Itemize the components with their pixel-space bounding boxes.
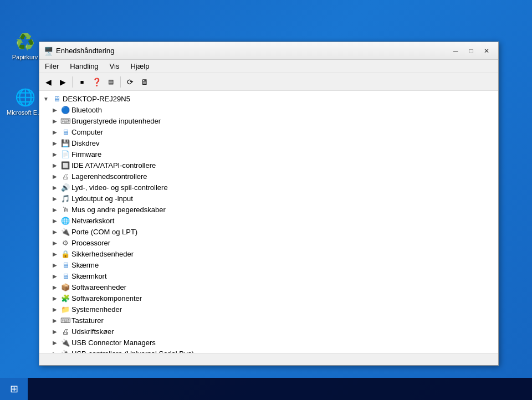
- expand-icon-13[interactable]: ▶: [50, 249, 59, 258]
- menu-vis[interactable]: Vis: [104, 61, 125, 71]
- tree-item-21[interactable]: ▶ 🔌 USB Connector Managers: [39, 337, 498, 348]
- item-label-17: Softwarekomponenter: [71, 294, 142, 302]
- edge-icon: 🌐: [14, 86, 36, 108]
- menu-bar: Filer Handling Vis Hjælp: [39, 60, 498, 73]
- tree-item-3[interactable]: ▶ 💾 Diskdrev: [39, 137, 498, 148]
- expand-icon-22[interactable]: ▶: [50, 349, 59, 353]
- close-button[interactable]: ✕: [479, 45, 494, 57]
- item-label-13: Sikkerhedsenheder: [71, 250, 134, 258]
- recycle-bin-icon: ♻️: [14, 30, 36, 53]
- item-label-20: Udskriftskøer: [71, 327, 114, 336]
- root-expand-icon[interactable]: ▼: [42, 94, 50, 103]
- tree-item-16[interactable]: ▶ 📦 Softwareenheder: [39, 281, 498, 293]
- forward-button[interactable]: ▶: [56, 75, 69, 89]
- ide-icon: 🔲: [61, 161, 70, 170]
- menu-hjaelp[interactable]: Hjælp: [125, 61, 155, 71]
- expand-icon-12[interactable]: ▶: [50, 238, 59, 247]
- item-label-12: Processorer: [71, 239, 110, 247]
- expand-icon-18[interactable]: ▶: [50, 305, 59, 314]
- expand-icon-5[interactable]: ▶: [50, 161, 59, 170]
- expand-icon-2[interactable]: ▶: [50, 127, 59, 136]
- tree-item-5[interactable]: ▶ 🔲 IDE ATA/ATAPI-controllere: [39, 160, 498, 171]
- tree-item-20[interactable]: ▶ 🖨 Udskriftskøer: [39, 326, 498, 337]
- tree-root[interactable]: ▼ 🖥 DESKTOP-REJ29N5: [39, 93, 498, 104]
- expand-icon-20[interactable]: ▶: [50, 327, 59, 336]
- root-label: DESKTOP-REJ29N5: [63, 95, 130, 103]
- menu-handling[interactable]: Handling: [64, 61, 104, 71]
- expand-icon-21[interactable]: ▶: [50, 338, 59, 347]
- security-icon: 🔒: [61, 249, 70, 258]
- tree-item-19[interactable]: ▶ ⌨ Tastaturer: [39, 315, 498, 326]
- tree-item-1[interactable]: ▶ ⌨ Brugerstyrede inputenheder: [39, 115, 498, 126]
- desktop: ♻️ Papirkurv 🌐 Microsoft E… 🖥️ Enhedshån…: [0, 0, 532, 400]
- tree-item-11[interactable]: ▶ 🔌 Porte (COM og LPT): [39, 226, 498, 237]
- item-label-2: Computer: [71, 128, 103, 136]
- expand-icon-17[interactable]: ▶: [50, 294, 59, 302]
- tree-item-14[interactable]: ▶ 🖥 Skærme: [39, 259, 498, 270]
- item-label-19: Tastaturer: [71, 316, 104, 325]
- tree-item-17[interactable]: ▶ 🧩 Softwarekomponenter: [39, 293, 498, 304]
- print-queues-icon: 🖨: [61, 327, 70, 336]
- displays-icon: 🖥: [61, 260, 70, 269]
- expand-icon-9[interactable]: ▶: [50, 205, 59, 214]
- expand-icon-8[interactable]: ▶: [50, 194, 59, 203]
- item-label-0: Bluetooth: [71, 106, 102, 114]
- expand-icon-15[interactable]: ▶: [50, 271, 59, 280]
- item-label-7: Lyd-, video- og spil-controllere: [71, 183, 168, 192]
- taskbar: ⊞: [0, 378, 532, 400]
- usb-controllers-icon: 🔌: [61, 349, 70, 353]
- minimize-button[interactable]: ─: [448, 45, 463, 57]
- monitor-button[interactable]: 🖥: [138, 75, 151, 89]
- item-label-10: Netværkskort: [71, 217, 114, 225]
- tree-item-12[interactable]: ▶ ⚙ Processorer: [39, 237, 498, 248]
- toolbar-btn-3[interactable]: ■: [75, 75, 89, 89]
- menu-filer[interactable]: Filer: [39, 61, 64, 71]
- expand-icon-6[interactable]: ▶: [50, 172, 59, 181]
- toolbar: ◀ ▶ ■ ❓ ▤ ⟳ 🖥: [39, 73, 498, 91]
- expand-icon-4[interactable]: ▶: [50, 150, 59, 158]
- start-button[interactable]: ⊞: [0, 378, 28, 400]
- audio-io-icon: 🎵: [61, 194, 70, 203]
- item-label-9: Mus og andre pegeredskaber: [71, 206, 166, 214]
- expand-icon-16[interactable]: ▶: [50, 283, 59, 291]
- expand-icon-1[interactable]: ▶: [50, 116, 59, 125]
- item-label-21: USB Connector Managers: [71, 339, 156, 347]
- maximize-button[interactable]: □: [464, 45, 478, 57]
- tree-item-8[interactable]: ▶ 🎵 Lydoutput og -input: [39, 193, 498, 204]
- help-button[interactable]: ❓: [90, 75, 103, 89]
- status-bar: [39, 353, 498, 365]
- toolbar-sep-2: [120, 76, 121, 88]
- root-computer-icon: 🖥: [52, 94, 61, 103]
- refresh-button[interactable]: ⟳: [124, 75, 137, 89]
- expand-icon-3[interactable]: ▶: [50, 139, 59, 147]
- expand-icon-14[interactable]: ▶: [50, 260, 59, 269]
- edge-label: Microsoft E…: [7, 109, 43, 116]
- properties-button[interactable]: ▤: [104, 75, 117, 89]
- tree-content[interactable]: ▼ 🖥 DESKTOP-REJ29N5 ▶ 🔵 Bluetooth ▶ ⌨ Br…: [39, 91, 498, 353]
- tree-item-4[interactable]: ▶ 📄 Firmware: [39, 148, 498, 160]
- system-devices-icon: 📁: [61, 305, 70, 314]
- expand-icon-11[interactable]: ▶: [50, 227, 59, 236]
- tree-item-7[interactable]: ▶ 🔊 Lyd-, video- og spil-controllere: [39, 182, 498, 193]
- tree-item-9[interactable]: ▶ 🖱 Mus og andre pegeredskaber: [39, 204, 498, 215]
- tree-item-10[interactable]: ▶ 🌐 Netværkskort: [39, 215, 498, 226]
- tree-item-13[interactable]: ▶ 🔒 Sikkerhedsenheder: [39, 248, 498, 259]
- expand-icon-0[interactable]: ▶: [50, 105, 59, 114]
- expand-icon-10[interactable]: ▶: [50, 216, 59, 225]
- tree-item-18[interactable]: ▶ 📁 Systemenheder: [39, 304, 498, 315]
- item-label-16: Softwareenheder: [71, 283, 126, 291]
- item-label-4: Firmware: [71, 150, 101, 158]
- tree-item-15[interactable]: ▶ 🖥 Skærmkort: [39, 270, 498, 281]
- expand-icon-7[interactable]: ▶: [50, 183, 59, 192]
- recycle-bin-label: Papirkurv: [12, 54, 38, 60]
- tree-item-0[interactable]: ▶ 🔵 Bluetooth: [39, 104, 498, 115]
- tree-item-6[interactable]: ▶ 🖨 Lagerenhedscontrollere: [39, 171, 498, 182]
- tree-item-2[interactable]: ▶ 🖥 Computer: [39, 126, 498, 137]
- item-label-18: Systemenheder: [71, 305, 122, 314]
- back-button[interactable]: ◀: [42, 75, 55, 89]
- item-label-3: Diskdrev: [71, 139, 100, 147]
- item-label-6: Lagerenhedscontrollere: [71, 172, 147, 181]
- tree-item-22[interactable]: ▶ 🔌 USB-controllere (Universal Serial Bu…: [39, 348, 498, 353]
- toolbar-sep-1: [72, 76, 73, 88]
- expand-icon-19[interactable]: ▶: [50, 316, 59, 325]
